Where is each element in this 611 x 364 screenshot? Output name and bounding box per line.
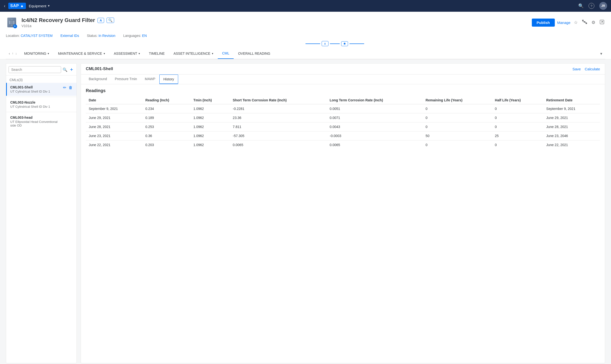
col-remaining-life: Remaining Life (Years) bbox=[423, 96, 492, 104]
sidebar-item-row-2: CML002-Nozzle UT Cylindrical Shell ID Di… bbox=[10, 100, 73, 108]
tab-monitoring[interactable]: MONITORING ▾ bbox=[20, 48, 54, 59]
table-row: June 28, 20210.2531.09627.8110.004300Jun… bbox=[86, 122, 600, 131]
table-cell: June 23, 2046 bbox=[543, 131, 600, 141]
table-cell: 0.0043 bbox=[327, 122, 423, 131]
table-cell: 0 bbox=[423, 113, 492, 122]
flow-icon-settings[interactable]: ✱ bbox=[341, 41, 348, 46]
help-icon[interactable]: ? bbox=[588, 3, 594, 9]
svg-rect-3 bbox=[582, 20, 584, 21]
sap-logo[interactable]: SAP ▲ bbox=[8, 3, 26, 9]
svg-line-12 bbox=[601, 21, 603, 23]
sidebar-item-cml003[interactable]: CML003-head UT Ellipsoidal Head Conventi… bbox=[6, 113, 77, 130]
panel-title: CML001-Shell bbox=[86, 66, 572, 71]
sidebar-item-title-1: CML001-Shell bbox=[10, 85, 50, 89]
table-row: June 22, 20210.2031.09620.00650.006500Ju… bbox=[86, 141, 600, 150]
main-content: 🔍 + CMLs(3) CML001-Shell UT Cylindrical … bbox=[0, 59, 611, 364]
sidebar-item-sub-1: UT Cylindrical Shell ID Div 1 bbox=[10, 90, 50, 93]
delete-button-3[interactable]: 🗑 bbox=[68, 116, 73, 120]
sidebar-add-button[interactable]: + bbox=[69, 66, 74, 73]
subtab-mawp[interactable]: MAWP bbox=[141, 75, 159, 84]
delete-button-2[interactable]: 🗑 bbox=[68, 100, 73, 105]
tab-timeline[interactable]: TIMELINE bbox=[145, 48, 169, 59]
edit-button-1[interactable]: ✏ bbox=[63, 85, 67, 90]
col-half-life: Half Life (Years) bbox=[492, 96, 543, 104]
readings-section: Readings Date Reading (Inch) Tmin (Inch)… bbox=[81, 84, 605, 363]
delete-button-1[interactable]: 🗑 bbox=[68, 85, 73, 90]
search-icon[interactable]: 🔍 bbox=[578, 3, 584, 9]
calculate-button[interactable]: Calculate bbox=[584, 67, 600, 71]
user-avatar[interactable]: JR bbox=[599, 2, 607, 10]
table-cell: -57.305 bbox=[230, 131, 327, 141]
edit-button-2[interactable]: ✏ bbox=[63, 100, 67, 105]
save-button[interactable]: Save bbox=[572, 67, 581, 71]
subtab-history[interactable]: History bbox=[159, 75, 178, 84]
equipment-icon: 🔍 bbox=[7, 18, 16, 27]
external-ids-link[interactable]: External IDs bbox=[60, 34, 79, 38]
sidebar-item-sub-3: UT Ellipsoidal Head Conventional side OD bbox=[10, 120, 63, 127]
subtab-background[interactable]: Background bbox=[85, 75, 111, 84]
chevron-down-icon: ▾ bbox=[104, 52, 105, 55]
table-cell: 0 bbox=[423, 141, 492, 150]
tab-cml[interactable]: CML bbox=[218, 48, 234, 59]
badge-search[interactable]: 🔍 bbox=[106, 18, 114, 23]
table-cell: 0 bbox=[492, 113, 543, 122]
tab-assessment[interactable]: ASSESSMENT ▾ bbox=[109, 48, 145, 59]
object-title-text: Ic4/N2 Recovery Guard Filter bbox=[22, 17, 95, 24]
table-cell: 0 bbox=[423, 122, 492, 131]
publish-button[interactable]: Publish bbox=[532, 19, 555, 27]
tab-nav-up[interactable]: ↑ bbox=[11, 52, 14, 55]
col-retirement-date: Retirement Date bbox=[543, 96, 600, 104]
tab-overall-reading[interactable]: OVERALL READING bbox=[234, 48, 275, 59]
col-date: Date bbox=[86, 96, 143, 104]
back-button[interactable]: ‹ bbox=[4, 3, 5, 9]
languages-label: Languages: EN bbox=[123, 34, 147, 38]
table-cell: June 29, 2021 bbox=[86, 113, 143, 122]
subtab-pressure-tmin[interactable]: Pressure Tmin bbox=[111, 75, 141, 84]
flow-icon-up[interactable]: ∧ bbox=[322, 41, 329, 46]
panel-actions: Save Calculate bbox=[572, 67, 600, 71]
tab-nav-arrows: ‹ ↑ ↓ bbox=[6, 48, 20, 59]
location-label: Location: CATALYST SYSTEM bbox=[6, 34, 53, 38]
table-cell: June 22, 2021 bbox=[543, 141, 600, 150]
location-link[interactable]: CATALYST SYSTEM bbox=[21, 34, 53, 38]
status-value[interactable]: In Revision bbox=[98, 34, 115, 38]
table-cell: 23.36 bbox=[230, 113, 327, 122]
table-cell: 50 bbox=[423, 131, 492, 141]
table-cell: 0.189 bbox=[143, 113, 190, 122]
table-cell: 0.36 bbox=[143, 131, 190, 141]
badge-a[interactable]: A bbox=[97, 18, 104, 23]
sidebar-item-row-3: CML003-head UT Ellipsoidal Head Conventi… bbox=[10, 116, 73, 127]
settings-icon[interactable]: ⚙ bbox=[590, 19, 596, 26]
search-input[interactable] bbox=[9, 66, 61, 73]
hierarchy-icon[interactable] bbox=[581, 19, 588, 26]
table-cell: June 29, 2021 bbox=[543, 113, 600, 122]
table-cell: June 28, 2021 bbox=[543, 122, 600, 131]
share-icon[interactable] bbox=[599, 19, 605, 26]
edit-button-3[interactable]: ✏ bbox=[63, 116, 67, 120]
col-long-term: Long Term Corrosion Rate (Inch) bbox=[327, 96, 423, 104]
cml-sidebar: 🔍 + CMLs(3) CML001-Shell UT Cylindrical … bbox=[6, 63, 77, 363]
table-cell: 0 bbox=[492, 122, 543, 131]
sidebar-item-actions-1: ✏ 🗑 bbox=[63, 85, 73, 90]
table-cell: June 22, 2021 bbox=[86, 141, 143, 150]
object-header-top: 🔍 Ic4/N2 Recovery Guard Filter A 🔍 V101a… bbox=[6, 16, 605, 29]
sidebar-item-cml002[interactable]: CML002-Nozzle UT Cylindrical Shell ID Di… bbox=[6, 98, 77, 111]
sidebar-divider-2 bbox=[6, 112, 77, 112]
object-title-area: Ic4/N2 Recovery Guard Filter A 🔍 V101a bbox=[22, 17, 528, 28]
col-tmin: Tmin (Inch) bbox=[190, 96, 230, 104]
table-cell: 0.0065 bbox=[230, 141, 327, 150]
panel-header: CML001-Shell Save Calculate bbox=[81, 64, 605, 75]
language-value[interactable]: EN bbox=[142, 34, 147, 38]
tab-asset-intelligence[interactable]: ASSET INTELLIGENCE ▾ bbox=[169, 48, 218, 59]
sidebar-search-button[interactable]: 🔍 bbox=[63, 67, 67, 72]
app-title: Equipment ▼ bbox=[29, 4, 50, 8]
favorite-icon[interactable]: ☆ bbox=[573, 19, 579, 26]
tab-overflow[interactable]: ▾ bbox=[597, 51, 605, 56]
tab-maintenance[interactable]: MAINTENANCE & SERVICE ▾ bbox=[53, 48, 109, 59]
object-header: 🔍 Ic4/N2 Recovery Guard Filter A 🔍 V101a… bbox=[0, 12, 611, 59]
sidebar-item-cml001[interactable]: CML001-Shell UT Cylindrical Shell ID Div… bbox=[6, 83, 77, 96]
tab-nav-down[interactable]: ↓ bbox=[14, 52, 18, 55]
tab-nav-left[interactable]: ‹ bbox=[8, 52, 11, 55]
manage-button[interactable]: Manage bbox=[557, 21, 571, 25]
sidebar-group-label: CMLs(3) bbox=[6, 76, 77, 83]
